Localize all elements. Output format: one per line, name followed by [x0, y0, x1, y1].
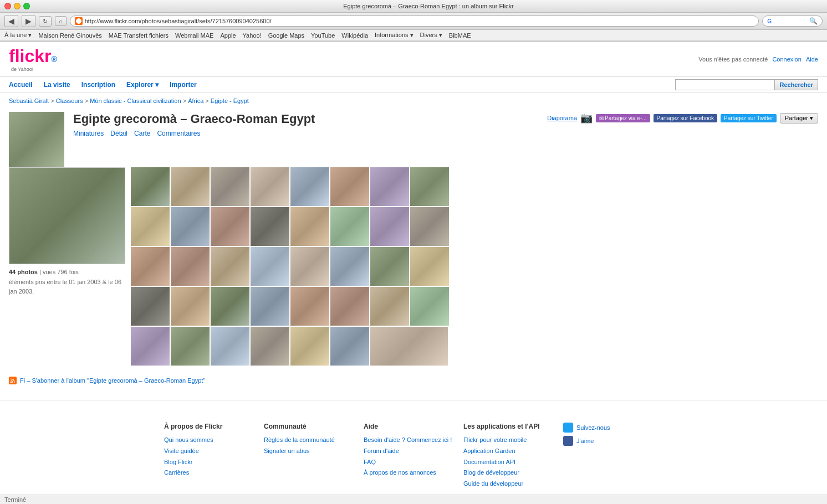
- photo-cell[interactable]: [211, 167, 249, 206]
- menu-a-la-une[interactable]: À la une ▾: [4, 32, 32, 39]
- menu-divers[interactable]: Divers ▾: [420, 32, 442, 39]
- photo-cell[interactable]: [211, 247, 249, 286]
- tab-commentaires[interactable]: Commentaires: [157, 130, 200, 137]
- photo-cell[interactable]: [251, 167, 289, 206]
- minimize-button[interactable]: [14, 3, 21, 9]
- breadcrumb-egypt[interactable]: Egipte - Egypt: [211, 97, 249, 104]
- photo-cell[interactable]: [290, 247, 329, 286]
- photo-cell[interactable]: [410, 207, 449, 246]
- footer-besoin-aide[interactable]: Besoin d'aide ? Commencez ici !: [364, 435, 463, 446]
- photo-cell[interactable]: [131, 287, 170, 326]
- footer-visite-guidee[interactable]: Visite guidée: [164, 446, 264, 457]
- footer-guide-dev[interactable]: Guide du développeur: [463, 479, 563, 490]
- footer-annonces[interactable]: À propos de nos annonces: [364, 467, 463, 479]
- help-link[interactable]: Aide: [806, 56, 818, 63]
- photo-cell[interactable]: [330, 327, 369, 366]
- breadcrumb-africa[interactable]: Àfrica: [188, 97, 203, 104]
- footer-signaler-abus[interactable]: Signaler un abus: [264, 446, 364, 457]
- photo-cell[interactable]: [171, 287, 210, 326]
- forward-button[interactable]: ▶: [22, 15, 35, 27]
- footer-blog-dev[interactable]: Blog de développeur: [463, 467, 563, 479]
- photo-cell[interactable]: [290, 167, 329, 206]
- album-thumbnail[interactable]: [9, 112, 64, 167]
- breadcrumb-user[interactable]: Sebastià Giralt: [9, 97, 49, 104]
- footer-app-garden[interactable]: Application Garden: [463, 446, 563, 457]
- nav-accueil[interactable]: Accueil: [9, 81, 33, 89]
- breadcrumb-classeurs[interactable]: Classeurs: [56, 97, 83, 104]
- photo-cell[interactable]: [330, 207, 369, 246]
- share-email-btn[interactable]: ✉ Partagez via e-...: [596, 114, 650, 122]
- nav-inscription[interactable]: Inscription: [81, 81, 115, 89]
- address-bar[interactable]: http://www.flickr.com/photos/sebastiagir…: [70, 16, 759, 27]
- photo-cell[interactable]: [410, 287, 449, 326]
- tab-detail[interactable]: Détail: [110, 130, 127, 137]
- share-dropdown-btn[interactable]: Partager ▾: [780, 113, 818, 124]
- menu-yahoo[interactable]: Yahoo!: [243, 32, 262, 39]
- menu-youtube[interactable]: YouTube: [311, 32, 335, 39]
- browser-search-area[interactable]: G 🔍: [762, 16, 823, 27]
- photo-cell[interactable]: [290, 287, 329, 326]
- photo-cell[interactable]: [171, 207, 210, 246]
- photo-cell[interactable]: [290, 327, 329, 366]
- share-twitter-btn[interactable]: Partagez sur Twitter: [721, 114, 777, 122]
- photo-cell[interactable]: [410, 247, 449, 286]
- photo-cell[interactable]: [251, 247, 289, 286]
- footer-qui-nous-sommes[interactable]: Qui nous sommes: [164, 435, 264, 446]
- photo-cell[interactable]: [131, 247, 170, 286]
- photo-cell[interactable]: [370, 207, 409, 246]
- footer-mobile[interactable]: Flickr pour votre mobile: [463, 435, 563, 446]
- browser-search-input[interactable]: [774, 18, 807, 24]
- rss-subscribe-link[interactable]: Fi – S'abonner à l'album "Egipte grecoro…: [20, 377, 205, 384]
- photo-cell[interactable]: [251, 207, 289, 246]
- footer-blog-flickr[interactable]: Blog Flickr: [164, 457, 264, 468]
- photo-cell[interactable]: [171, 327, 210, 366]
- photo-cell[interactable]: [370, 167, 409, 206]
- maximize-button[interactable]: [23, 3, 30, 9]
- back-button[interactable]: ◀: [4, 15, 18, 27]
- footer-forum-aide[interactable]: Forum d'aide: [364, 446, 463, 457]
- close-button[interactable]: [4, 3, 11, 9]
- footer-regles[interactable]: Règles de la communauté: [264, 435, 364, 446]
- nav-explorer[interactable]: Explorer ▾: [126, 81, 159, 89]
- share-facebook-btn[interactable]: Partagez sur Facebook: [654, 114, 717, 122]
- photo-cell[interactable]: [211, 327, 249, 366]
- menu-maison-rene[interactable]: Maison René Ginouvès: [38, 32, 101, 39]
- photo-cell[interactable]: [251, 287, 289, 326]
- photo-cell[interactable]: [370, 287, 409, 326]
- search-input[interactable]: [675, 79, 775, 90]
- menu-mae-transfert[interactable]: MAE Transfert fichiers: [109, 32, 169, 39]
- menu-apple[interactable]: Apple: [220, 32, 236, 39]
- photo-cell[interactable]: [171, 247, 210, 286]
- photo-cell[interactable]: [131, 327, 170, 366]
- breadcrumb-classical[interactable]: Món classic - Classical civilization: [90, 97, 181, 104]
- search-button[interactable]: Rechercher: [775, 79, 818, 90]
- diaporama-link[interactable]: Diaporama: [547, 115, 577, 121]
- main-photo-image[interactable]: [9, 167, 125, 264]
- menu-google-maps[interactable]: Google Maps: [268, 32, 304, 39]
- menu-bibmae[interactable]: BibMAE: [449, 32, 471, 39]
- reload-button[interactable]: ↻: [39, 16, 52, 27]
- photo-cell[interactable]: [330, 287, 369, 326]
- photo-cell[interactable]: [410, 167, 449, 206]
- photo-cell[interactable]: [330, 167, 369, 206]
- footer-doc-api[interactable]: Documentation API: [463, 457, 563, 468]
- menu-wikipedia[interactable]: Wikipédia: [341, 32, 368, 39]
- photo-cell[interactable]: [211, 207, 249, 246]
- facebook-like-link[interactable]: J'aime: [563, 436, 663, 446]
- photo-cell[interactable]: [131, 207, 170, 246]
- footer-carrieres[interactable]: Carrières: [164, 467, 264, 479]
- photo-cell[interactable]: [290, 207, 329, 246]
- photo-cell[interactable]: [370, 327, 448, 366]
- home-button[interactable]: ⌂: [55, 16, 67, 26]
- footer-faq[interactable]: FAQ: [364, 457, 463, 468]
- photo-cell[interactable]: [171, 167, 210, 206]
- photo-cell[interactable]: [211, 287, 249, 326]
- nav-la-visite[interactable]: La visite: [44, 81, 70, 89]
- photo-cell[interactable]: [330, 247, 369, 286]
- tab-carte[interactable]: Carte: [134, 130, 150, 137]
- tab-miniatures[interactable]: Miniatures: [73, 130, 104, 137]
- menu-informations[interactable]: Informations ▾: [375, 32, 414, 39]
- photo-cell[interactable]: [251, 327, 289, 366]
- menu-webmail-mae[interactable]: Webmail MAE: [175, 32, 213, 39]
- twitter-follow-link[interactable]: Suivez-nous: [563, 423, 663, 433]
